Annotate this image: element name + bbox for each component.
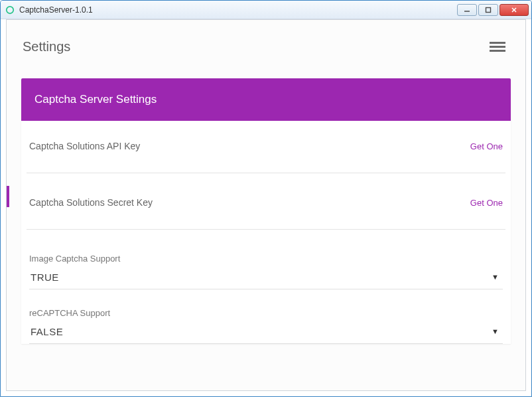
recaptcha-row: reCAPTCHA Support FALSE ▼ bbox=[27, 308, 505, 344]
recaptcha-label: reCAPTCHA Support bbox=[29, 308, 503, 318]
chevron-down-icon: ▼ bbox=[492, 327, 499, 335]
titlebar: CaptchaServer-1.0.1 bbox=[1, 1, 531, 19]
hamburger-menu-icon[interactable] bbox=[486, 36, 509, 58]
scroll-indicator bbox=[7, 186, 9, 207]
recaptcha-value: FALSE bbox=[31, 326, 63, 337]
card-body: Captcha Solutions API Key Get One Captch… bbox=[21, 121, 511, 344]
window-frame: CaptchaServer-1.0.1 Settings Captcha Ser… bbox=[0, 0, 532, 397]
api-key-get-one-link[interactable]: Get One bbox=[470, 141, 503, 151]
secret-key-get-one-link[interactable]: Get One bbox=[470, 198, 503, 208]
image-captcha-row: Image Captcha Support TRUE ▼ bbox=[27, 254, 505, 289]
window-title: CaptchaServer-1.0.1 bbox=[19, 5, 93, 15]
image-captcha-select[interactable]: TRUE ▼ bbox=[29, 269, 503, 289]
api-key-label: Captcha Solutions API Key bbox=[29, 141, 140, 151]
card-title: Captcha Server Settings bbox=[21, 78, 511, 121]
window-controls bbox=[456, 4, 529, 16]
maximize-button[interactable] bbox=[478, 4, 498, 16]
secret-key-row: Captcha Solutions Secret Key Get One bbox=[27, 197, 505, 230]
app-content: Settings Captcha Server Settings Captcha… bbox=[6, 19, 526, 391]
header: Settings bbox=[7, 20, 525, 60]
minimize-button[interactable] bbox=[457, 4, 477, 16]
app-icon bbox=[5, 5, 15, 15]
chevron-down-icon: ▼ bbox=[492, 273, 499, 281]
settings-card: Captcha Server Settings Captcha Solution… bbox=[21, 78, 511, 344]
svg-rect-2 bbox=[486, 7, 491, 12]
api-key-row: Captcha Solutions API Key Get One bbox=[27, 141, 505, 173]
image-captcha-value: TRUE bbox=[31, 272, 59, 283]
recaptcha-select[interactable]: FALSE ▼ bbox=[29, 323, 503, 344]
page-title: Settings bbox=[23, 39, 70, 54]
close-button[interactable] bbox=[499, 4, 529, 16]
secret-key-label: Captcha Solutions Secret Key bbox=[29, 197, 153, 208]
image-captcha-label: Image Captcha Support bbox=[29, 254, 503, 264]
svg-point-0 bbox=[7, 6, 14, 13]
content: Captcha Server Settings Captcha Solution… bbox=[7, 60, 525, 344]
